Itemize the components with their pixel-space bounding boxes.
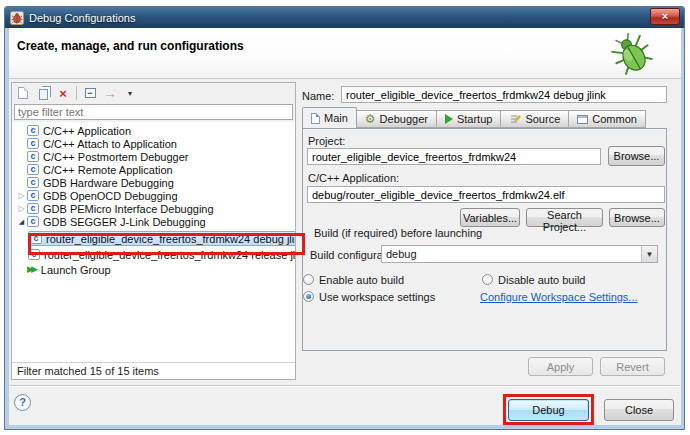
c-config-icon: c — [27, 164, 39, 175]
collapse-all-icon: − — [85, 88, 96, 98]
delete-icon: × — [59, 87, 67, 100]
tab-debugger[interactable]: ⚙ Debugger — [357, 110, 437, 128]
collapsed-expander-icon[interactable]: ▷ — [16, 189, 27, 202]
tree-item-cpp-remote[interactable]: c C/C++ Remote Application — [12, 163, 295, 176]
build-configuration-dropdown[interactable]: debug ▼ — [381, 245, 658, 263]
application-input[interactable] — [307, 186, 665, 203]
tree-item-cpp-application[interactable]: c C/C++ Application — [12, 124, 295, 137]
main-tab-icon — [311, 113, 320, 124]
tab-bar: Main ⚙ Debugger Startup Source Common — [302, 108, 646, 128]
configurations-toolbar: × − → ▾ — [12, 83, 295, 103]
filter-input[interactable] — [14, 104, 293, 120]
use-workspace-settings-label: Use workspace settings — [319, 291, 435, 303]
disable-auto-build-radio[interactable] — [482, 274, 493, 285]
c-config-icon: c — [27, 125, 39, 136]
configurations-tree: c C/C++ Application c C/C++ Attach to Ap… — [12, 124, 295, 362]
application-browse-button[interactable]: Browse... — [609, 208, 665, 227]
revert-button[interactable]: Revert — [600, 357, 665, 376]
tab-source[interactable]: Source — [501, 110, 569, 128]
selected-row-highlight: c router_eligible_device_freertos_frdmkw… — [28, 231, 295, 246]
application-label: C/C++ Application: — [308, 172, 399, 184]
common-tab-icon — [577, 115, 588, 124]
titlebar[interactable]: Debug Configurations — [5, 7, 684, 28]
debugger-gear-icon: ⚙ — [365, 113, 376, 125]
build-group-title: Build (if required) before launching — [310, 227, 486, 239]
dropdown-arrow-button[interactable]: ▼ — [641, 246, 657, 262]
c-config-icon: c — [27, 151, 39, 162]
launch-group-icon: ▶▶ — [27, 264, 35, 275]
apply-button[interactable]: Apply — [528, 357, 593, 376]
filter-icon: → — [104, 87, 117, 100]
toolbar-separator — [76, 86, 77, 100]
collapsed-expander-icon[interactable]: ▷ — [16, 202, 27, 215]
dialog-header: Create, manage, and run configurations — [9, 28, 681, 79]
c-config-icon: c — [27, 190, 39, 201]
filter-launch-configurations-button[interactable]: → — [102, 85, 118, 101]
button-bar-separator — [10, 385, 680, 387]
tree-item-launch-group[interactable]: ▶▶ Launch Group — [12, 263, 295, 276]
tab-main[interactable]: Main — [302, 107, 357, 128]
chevron-down-icon: ▼ — [646, 250, 654, 259]
debug-bug-icon — [611, 32, 655, 76]
tree-item-gdb-segger-jlink[interactable]: ◢ c GDB SEGGER J-Link Debugging — [12, 215, 295, 228]
tab-common[interactable]: Common — [569, 110, 646, 128]
chevron-down-icon: ▾ — [128, 89, 132, 98]
name-label: Name: — [302, 90, 334, 102]
duplicate-configuration-button[interactable] — [35, 85, 51, 101]
tree-item-release-jlink[interactable]: c router_eligible_device_freertos_frdmkw… — [12, 248, 295, 261]
debug-configurations-icon — [10, 11, 24, 25]
use-workspace-settings-radio[interactable] — [303, 291, 314, 302]
debug-button[interactable]: Debug — [508, 399, 589, 421]
toolbar-dropdown-button[interactable]: ▾ — [122, 85, 138, 101]
project-browse-button[interactable]: Browse... — [608, 146, 665, 166]
name-input[interactable] — [341, 86, 667, 103]
left-panel-top: × − → ▾ — [12, 83, 295, 122]
new-configuration-button[interactable] — [15, 85, 31, 101]
filter-status-text: Filter matched 15 of 15 items — [12, 362, 295, 379]
help-button[interactable]: ? — [14, 394, 31, 411]
tree-item-gdb-hardware[interactable]: c GDB Hardware Debugging — [12, 176, 295, 189]
expanded-expander-icon[interactable]: ◢ — [16, 215, 27, 228]
disable-auto-build-label: Disable auto build — [498, 274, 585, 286]
configurations-panel: × − → ▾ c C/C++ Application c C/C++ Atta… — [11, 82, 296, 380]
variables-button[interactable]: Variables... — [460, 208, 520, 227]
tab-startup[interactable]: Startup — [437, 110, 501, 128]
collapse-all-button[interactable]: − — [82, 85, 98, 101]
configure-workspace-settings-link[interactable]: Configure Workspace Settings... — [480, 291, 638, 303]
close-button[interactable]: Close — [604, 399, 674, 421]
build-configuration-value: debug — [382, 248, 641, 260]
project-input[interactable] — [307, 148, 601, 165]
source-tab-icon — [509, 113, 521, 125]
c-config-icon: c — [28, 249, 40, 260]
c-config-icon: c — [27, 203, 39, 214]
c-config-icon: c — [30, 233, 42, 244]
c-config-icon: c — [27, 177, 39, 188]
project-label: Project: — [308, 135, 345, 147]
startup-play-icon — [445, 114, 453, 124]
window-title: Debug Configurations — [29, 12, 135, 24]
window-close-button[interactable]: × — [650, 8, 680, 25]
tree-item-gdb-pemicro[interactable]: ▷ c GDB PEMicro Interface Debugging — [12, 202, 295, 215]
c-config-icon: c — [27, 216, 39, 227]
tree-item-gdb-openocd[interactable]: ▷ c GDB OpenOCD Debugging — [12, 189, 295, 202]
search-project-button[interactable]: Search Project... — [526, 208, 603, 227]
duplicate-icon — [39, 89, 48, 100]
tree-item-cpp-postmortem[interactable]: c C/C++ Postmortem Debugger — [12, 150, 295, 163]
c-config-icon: c — [27, 138, 39, 149]
tree-item-cpp-attach[interactable]: c C/C++ Attach to Application — [12, 137, 295, 150]
enable-auto-build-label: Enable auto build — [319, 274, 404, 286]
enable-auto-build-radio[interactable] — [303, 274, 314, 285]
delete-configuration-button[interactable]: × — [55, 85, 71, 101]
dialog-header-title: Create, manage, and run configurations — [17, 39, 244, 53]
tree-item-debug-jlink-selected[interactable]: c router_eligible_device_freertos_frdmkw… — [12, 232, 295, 245]
new-configuration-icon — [18, 87, 28, 99]
